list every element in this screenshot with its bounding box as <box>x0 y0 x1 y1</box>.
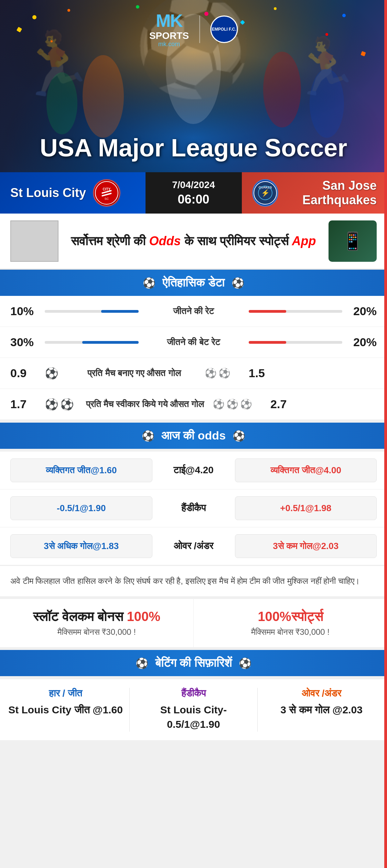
empoli-badge: EMPOLI F.C. <box>210 16 238 43</box>
promo-text-part1: सर्वोत्तम श्रेणी की <box>71 234 149 248</box>
goals-conceded-label: प्रति मैच स्वीकार किये गये औसत गोल <box>86 399 204 410</box>
bonus-section: स्लॉट वेलकम बोनस 100% मैक्सिमम बोनस ₹30,… <box>0 599 387 647</box>
bet-win-rate-fill-away <box>249 341 286 344</box>
match-bar: St Louis City CITY SC 7/04/2024 06:00 QU… <box>0 172 387 214</box>
odds-home-handicap-btn[interactable]: -0.5/1@1.90 <box>10 496 152 520</box>
odds-section: व्यक्तिगत जीत@1.60 टाई@4.20 व्यक्तिगत जी… <box>0 452 387 565</box>
odds-away-overunder-btn[interactable]: 3से कम गोल@2.03 <box>235 534 377 558</box>
recommend-handicap: हैंडीकैप St Louis City-0.5/1@1.90 <box>135 688 252 732</box>
odds-overunder-label: ओवर /अंडर <box>159 540 228 552</box>
ball-icon-blue-1: ⚽ <box>45 367 58 380</box>
odds-row-overunder: 3से अधिक गोल@1.83 ओवर /अंडर 3से कम गोल@2… <box>0 527 387 565</box>
stats-section: 10% जीतने की रेट 20% 30% जीतने की बेट रे… <box>0 296 387 420</box>
hero-banner: ⚽ 🏃 🏃 <box>0 0 387 172</box>
sports-bonus-percent: 100% <box>258 609 291 624</box>
odds-soccer-ball-right: ⚽ <box>233 430 245 442</box>
phone-icon: 📱 <box>342 231 363 251</box>
slot-bonus-label: स्लॉट वेलकम बोनस <box>33 609 127 624</box>
slot-bonus-card[interactable]: स्लॉट वेलकम बोनस 100% मैक्सिमम बोनस ₹30,… <box>0 599 194 647</box>
win-rate-fill-away <box>249 310 286 313</box>
promo-text: सर्वोत्तम श्रेणी की Odds के साथ प्रीमियर… <box>69 234 318 248</box>
odds-section-header: ⚽ आज की odds ⚽ <box>0 423 387 449</box>
recommend-handicap-val: St Louis City-0.5/1@1.90 <box>135 703 252 732</box>
bet-win-rate-bar-right <box>249 341 343 344</box>
match-date: 7/04/2024 <box>172 179 215 190</box>
mk-logo-text: MK <box>149 10 189 31</box>
recommend-divider-2 <box>257 688 258 732</box>
svg-text:SC: SC <box>105 197 109 200</box>
bet-win-rate-away-val: 20% <box>349 335 377 349</box>
sports-bonus-subtitle: मैक्सिमम बोनस ₹30,000 ! <box>202 627 378 637</box>
mk-brand: MK SPORTS mk.com <box>149 10 189 48</box>
away-team-name: San Jose Earthquakes <box>285 178 377 207</box>
goals-scored-home-icons: ⚽ <box>45 367 79 380</box>
bet-win-rate-label: जीतने की बेट रेट <box>146 337 242 348</box>
ball-icon-red-2a: ⚽ <box>213 399 225 410</box>
empoli-name: EMPOLI F.C. <box>212 27 236 32</box>
match-time: 06:00 <box>178 192 209 207</box>
ball-icon-red-1a: ⚽ <box>205 368 217 379</box>
hero-title: USA Major League Soccer <box>40 134 347 162</box>
bet-win-rate-fill-home <box>82 341 139 344</box>
ball-icon-blue-2a: ⚽ <box>45 398 58 411</box>
odds-section-title: आज की odds <box>161 429 226 443</box>
recommendations-header: ⚽ बेटिंग की सिफ़ारिशें ⚽ <box>0 650 387 676</box>
svg-text:⚡: ⚡ <box>261 189 269 197</box>
win-rate-fill-home <box>101 310 139 313</box>
notice-content: अवे टीम फिलहाल जीत हासिल करने के लिए संघ… <box>10 576 360 586</box>
odds-handicap-label: हैंडीकैप <box>159 503 228 514</box>
stat-row-goals-conceded: 1.7 ⚽ ⚽ प्रति मैच स्वीकार किये गये औसत ग… <box>0 389 387 420</box>
recommend-overunder-val: 3 से कम गोल @2.03 <box>263 703 380 717</box>
stlouis-logo-svg: CITY SC <box>95 181 119 205</box>
promo-app-word: App <box>292 234 316 248</box>
win-rate-away-val: 20% <box>349 304 377 318</box>
goals-conceded-home-val: 1.7 <box>10 397 38 411</box>
win-rate-label: जीतने की रेट <box>146 306 242 317</box>
home-team-badge: CITY SC <box>93 179 120 207</box>
match-center: 7/04/2024 06:00 <box>146 172 242 214</box>
player-silhouette-right: 🏃 <box>291 34 359 99</box>
odds-away-win-btn[interactable]: व्यक्तिगत जीत@4.00 <box>235 458 377 482</box>
goals-conceded-away-val: 2.7 <box>259 397 287 411</box>
stat-row-win-rate: 10% जीतने की रेट 20% <box>0 296 387 327</box>
recommendations-section: हार / जीत St Louis City जीत @1.60 हैंडीक… <box>0 679 387 740</box>
slot-bonus-percent: 100% <box>127 609 160 624</box>
recommendations-title: बेटिंग की सिफ़ारिशें <box>155 656 232 670</box>
home-team-section: St Louis City CITY SC <box>0 172 146 214</box>
odds-row-win: व्यक्तिगत जीत@1.60 टाई@4.20 व्यक्तिगत जी… <box>0 452 387 489</box>
rec-soccer-ball-right: ⚽ <box>239 657 251 669</box>
odds-home-overunder-btn[interactable]: 3से अधिक गोल@1.83 <box>10 534 152 558</box>
sports-text: SPORTS <box>149 31 189 41</box>
stat-row-goals-scored: 0.9 ⚽ प्रति मैच बनाए गए औसत गोल ⚽ ⚽ 1.5 <box>0 358 387 389</box>
historical-section-title: ऐतिहासिक डेटा <box>162 276 224 290</box>
recommend-overunder-type: ओवर /अंडर <box>263 688 380 699</box>
odds-tie-val[interactable]: टाई@4.20 <box>159 465 228 476</box>
away-team-section: QUAKES ⚡ San Jose Earthquakes <box>242 172 387 214</box>
slot-bonus-sub-text: मैक्सिमम बोनस ₹30,000 ! <box>57 627 136 637</box>
ball-icon-blue-2b: ⚽ <box>60 398 74 411</box>
odds-home-win-btn[interactable]: व्यक्तिगत जीत@1.60 <box>10 458 152 482</box>
goals-scored-label: प्रति मैच बनाए गए औसत गोल <box>86 368 182 379</box>
goals-scored-away-val: 1.5 <box>237 366 265 380</box>
rec-soccer-ball-left: ⚽ <box>136 657 148 669</box>
ball-icon-red-1b: ⚽ <box>218 368 230 379</box>
domain-text: mk.com <box>149 41 189 48</box>
historical-section-header: ⚽ ऐतिहासिक डेटा ⚽ <box>0 270 387 296</box>
promo-odds-word: Odds <box>149 234 181 248</box>
slot-bonus-subtitle: मैक्सिमम बोनस ₹30,000 ! <box>9 627 185 637</box>
soccer-ball-icon-left: ⚽ <box>143 277 155 289</box>
slot-bonus-title: स्लॉट वेलकम बोनस 100% <box>9 609 185 624</box>
recommend-win-loss: हार / जीत St Louis City जीत @1.60 <box>7 688 124 732</box>
recommendations-row: हार / जीत St Louis City जीत @1.60 हैंडीक… <box>0 679 387 740</box>
odds-away-handicap-btn[interactable]: +0.5/1@1.98 <box>235 496 377 520</box>
sports-bonus-card[interactable]: 100%स्पोर्ट्स मैक्सिमम बोनस ₹30,000 ! <box>194 599 387 647</box>
stat-row-bet-win-rate: 30% जीतने की बेट रेट 20% <box>0 327 387 358</box>
red-accent-bar <box>384 0 387 740</box>
notice-text: अवे टीम फिलहाल जीत हासिल करने के लिए संघ… <box>0 565 387 596</box>
bet-win-rate-bar-home <box>45 341 139 344</box>
soccer-ball-icon-right: ⚽ <box>232 277 244 289</box>
promo-banner[interactable]: सर्वोत्तम श्रेणी की Odds के साथ प्रीमियर… <box>0 214 387 270</box>
ball-icon-red-2c: ⚽ <box>240 399 252 410</box>
odds-row-handicap: -0.5/1@1.90 हैंडीकैप +0.5/1@1.98 <box>0 489 387 527</box>
bet-win-rate-bar-away <box>249 341 343 344</box>
